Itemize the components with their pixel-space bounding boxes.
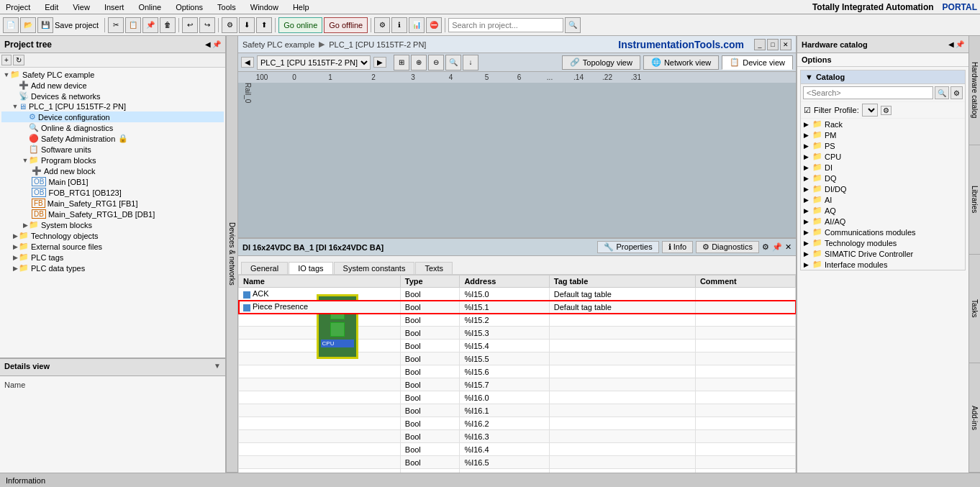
diagram-nav-fwd[interactable]: ▶ [373, 57, 386, 68]
catalog-item[interactable]: ▶ 📁 Interface modules [801, 259, 965, 270]
edge-tab-tasks[interactable]: Tasks [969, 255, 980, 364]
edge-tab-hw-catalog[interactable]: Hardware catalog [969, 36, 980, 145]
catalog-item[interactable]: ▶ 📁 DI [801, 162, 965, 173]
win-close-btn[interactable]: ✕ [780, 39, 791, 50]
tree-add-btn[interactable]: + [1, 55, 12, 65]
export-btn[interactable]: ↓ [463, 55, 478, 70]
table-row[interactable]: Piece PresenceBool%I15.1Default tag tabl… [239, 301, 796, 314]
program-blocks-expand[interactable]: ▼ [22, 157, 29, 164]
edge-tab-addins[interactable]: Add-ins [969, 363, 980, 473]
zoom-in-btn[interactable]: ⊕ [411, 55, 427, 70]
properties-tab-btn[interactable]: 🔧 Properties [597, 241, 658, 253]
zoom-btn[interactable]: 🔍 [445, 55, 461, 70]
prop-close-btn[interactable]: ✕ [785, 242, 791, 252]
tree-item-main-safety-db1[interactable]: DB Main_Safety_RTG1_DB [DB1] [1, 209, 224, 219]
tree-item-plc-data-types[interactable]: ▶ 📁 PLC data types [1, 263, 224, 273]
win-restore-btn[interactable]: □ [767, 39, 779, 50]
plc-data-types-expand[interactable]: ▶ [12, 265, 19, 272]
menu-item-tools[interactable]: Tools [214, 3, 239, 12]
profile-settings-btn[interactable]: ⚙ [881, 106, 891, 115]
tree-item-ext-source[interactable]: ▶ 📁 External source files [1, 241, 224, 252]
root-expand[interactable]: ▼ [3, 71, 10, 78]
io-tab-system-constants[interactable]: System constants [334, 262, 415, 274]
table-row[interactable]: Bool%I16.4 [239, 443, 796, 456]
win-minimize-btn[interactable]: _ [754, 39, 766, 50]
stop-btn[interactable]: ⛔ [426, 17, 442, 33]
details-view-collapse[interactable]: ▼ [214, 362, 221, 373]
tree-item-add-block[interactable]: ➕ Add new block [1, 165, 224, 176]
zoom-out-btn[interactable]: ⊖ [428, 55, 444, 70]
catalog-item[interactable]: ▶ 📁 DQ [801, 173, 965, 183]
catalog-search-btn[interactable]: 🔍 [935, 86, 949, 99]
tech-objects-expand[interactable]: ▶ [12, 232, 19, 240]
catalog-item[interactable]: ▶ 📁 PM [801, 129, 965, 140]
tree-collapse-btn[interactable]: ◀ [205, 40, 211, 48]
tree-item-safety-admin[interactable]: 🔴 Safety Administration 🔒 [1, 133, 224, 144]
menu-item-edit[interactable]: Edit [42, 3, 61, 12]
ext-source-expand[interactable]: ▶ [12, 243, 19, 250]
open-btn[interactable]: 📂 [20, 17, 36, 33]
plc-tags-expand[interactable]: ▶ [12, 254, 19, 261]
left-edge-tab-devices[interactable]: Devices & networks [227, 36, 237, 473]
menu-item-view[interactable]: View [70, 3, 93, 12]
diagnostics-tab-btn[interactable]: ⚙ Diagnostics [696, 241, 759, 253]
tree-item-plc-tags[interactable]: ▶ 📁 PLC tags [1, 252, 224, 263]
tree-pin-btn[interactable]: 📌 [212, 40, 221, 48]
catalog-item[interactable]: ▶ 📁 Technology modules [801, 237, 965, 248]
io-tab-texts[interactable]: Texts [415, 262, 453, 274]
catalog-item[interactable]: ▶ 📁 AI/AQ [801, 216, 965, 227]
go-online-btn[interactable]: Go online [278, 17, 322, 33]
tab-network[interactable]: 🌐 Network view [643, 55, 719, 70]
tree-item-system-blocks[interactable]: ▶ 📁 System blocks [1, 219, 224, 230]
catalog-item[interactable]: ▶ 📁 AQ [801, 205, 965, 216]
table-row[interactable]: Bool%I16.2 [239, 417, 796, 430]
tree-item-device-config[interactable]: ⚙ Device configuration [1, 111, 224, 122]
delete-btn[interactable]: 🗑 [160, 17, 176, 33]
tree-item-fob-rtg1[interactable]: OB FOB_RTG1 [OB123] [1, 187, 224, 198]
tree-item-tech-objects[interactable]: ▶ 📁 Technology objects [1, 230, 224, 241]
paste-btn[interactable]: 📌 [142, 17, 158, 33]
catalog-item[interactable]: ▶ 📁 DI/DQ [801, 183, 965, 194]
catalog-item[interactable]: ▶ 📁 SIMATIC Drive Controller [801, 248, 965, 259]
table-row[interactable]: Bool%I16.1 [239, 404, 796, 417]
menu-item-help[interactable]: Help [290, 3, 312, 12]
catalog-settings-btn[interactable]: ⚙ [950, 86, 963, 99]
cut-btn[interactable]: ✂ [108, 17, 124, 33]
tab-device[interactable]: 📋 Device view [722, 55, 793, 70]
copy-btn[interactable]: 📋 [125, 17, 141, 33]
menu-item-insert[interactable]: Insert [101, 3, 127, 12]
catalog-item[interactable]: ▶ 📁 Rack [801, 119, 965, 129]
catalog-search-input[interactable] [803, 86, 933, 99]
menu-item-options[interactable]: Options [173, 3, 206, 12]
fit-btn[interactable]: ⊞ [394, 55, 409, 70]
info-btn[interactable]: ℹ [391, 17, 407, 33]
table-row[interactable]: Bool%I15.6 [239, 365, 796, 378]
prop-options-btn[interactable]: ⚙ [762, 242, 769, 252]
table-row[interactable]: Bool%I16.3 [239, 430, 796, 443]
redo-btn[interactable]: ↪ [199, 17, 215, 33]
monitor-btn[interactable]: 📊 [409, 17, 425, 33]
table-row[interactable]: Bool%I15.7 [239, 378, 796, 391]
catalog-item[interactable]: ▶ 📁 CPU [801, 151, 965, 162]
tree-item-add-device[interactable]: ➕ Add new device [1, 80, 224, 91]
catalog-expand-icon[interactable]: ▼ [805, 73, 813, 81]
tree-refresh-btn[interactable]: ↻ [13, 55, 24, 65]
device-selector[interactable]: PLC_1 [CPU 1515TF-2 PN] [257, 55, 371, 70]
menu-item-project[interactable]: Project [3, 3, 33, 12]
catalog-item[interactable]: ▶ 📁 Communications modules [801, 227, 965, 237]
hw-catalog-pin-btn[interactable]: 📌 [956, 40, 964, 48]
search-btn[interactable]: 🔍 [565, 17, 581, 33]
plc1-expand[interactable]: ▼ [12, 103, 19, 110]
info-tab-btn[interactable]: ℹ Info [662, 241, 693, 253]
tree-item-plc1[interactable]: ▼ 🖥 PLC_1 [CPU 1515TF-2 PN] [1, 101, 224, 111]
catalog-item[interactable]: ▶ 📁 PS [801, 140, 965, 151]
search-input[interactable] [448, 18, 563, 32]
save-btn[interactable]: 💾 [37, 17, 53, 33]
go-offline-btn[interactable]: Go offline [324, 17, 368, 33]
tab-topology[interactable]: 🔗 Topology view [562, 55, 640, 70]
undo-btn[interactable]: ↩ [182, 17, 198, 33]
menu-item-window[interactable]: Window [248, 3, 281, 12]
new-btn[interactable]: 📄 [3, 17, 19, 33]
io-tab-general[interactable]: General [241, 262, 288, 274]
hw-catalog-collapse-btn[interactable]: ◀ [948, 40, 954, 48]
